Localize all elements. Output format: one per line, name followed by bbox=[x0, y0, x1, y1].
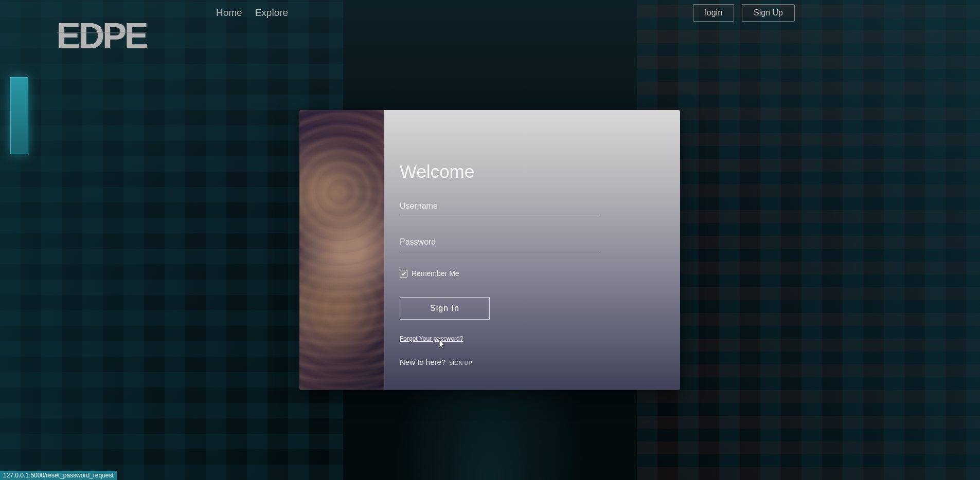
remember-me-checkbox[interactable] bbox=[400, 270, 407, 278]
login-card: Welcome Remember Me Sign In Forgot Your … bbox=[299, 110, 680, 390]
welcome-title: Welcome bbox=[400, 161, 652, 182]
neon-sign-decoration bbox=[10, 77, 28, 154]
new-here-row: New to here? SIGN UP bbox=[400, 358, 652, 367]
nav-link-explore[interactable]: Explore bbox=[255, 7, 288, 19]
password-input[interactable] bbox=[400, 233, 600, 251]
remember-me-row: Remember Me bbox=[400, 269, 652, 278]
browser-status-bar: 127.0.0.1:5000/reset_password_request bbox=[0, 471, 117, 480]
nav-link-home[interactable]: Home bbox=[216, 7, 242, 19]
nav-links-container: Home Explore bbox=[216, 7, 288, 19]
signup-link-small[interactable]: SIGN UP bbox=[449, 360, 472, 366]
nav-signup-button[interactable]: Sign Up bbox=[742, 4, 795, 22]
nav-buttons-container: login Sign Up bbox=[693, 4, 795, 22]
login-form-panel: Welcome Remember Me Sign In Forgot Your … bbox=[384, 110, 680, 390]
username-input-group bbox=[400, 197, 652, 215]
signin-button[interactable]: Sign In bbox=[400, 297, 490, 320]
new-here-text: New to here? bbox=[400, 358, 446, 366]
checkmark-icon bbox=[401, 271, 406, 276]
username-input[interactable] bbox=[400, 197, 600, 215]
remember-me-label: Remember Me bbox=[412, 269, 459, 278]
nav-login-button[interactable]: login bbox=[693, 4, 734, 22]
password-input-group bbox=[400, 233, 652, 251]
forgot-password-link[interactable]: Forgot Your password? bbox=[400, 335, 652, 342]
card-decorative-image bbox=[299, 110, 384, 390]
top-navigation: Home Explore login Sign Up bbox=[0, 0, 980, 26]
